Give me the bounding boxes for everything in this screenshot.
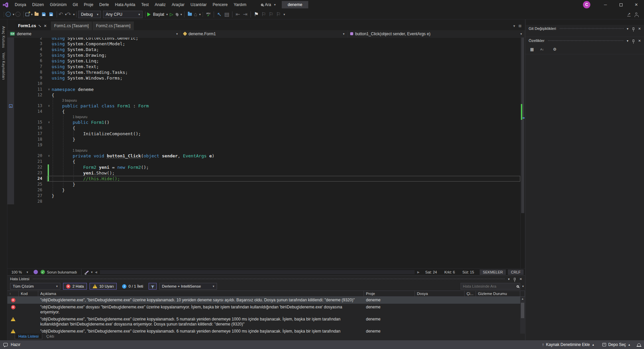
search-control[interactable]: Ara ▾ bbox=[258, 1, 278, 8]
navigate-back-button[interactable]: ←▾ bbox=[6, 11, 14, 18]
menu-item-git[interactable]: Git bbox=[70, 1, 81, 9]
close-button[interactable]: ✕ bbox=[629, 0, 644, 9]
menu-item-düzen[interactable]: Düzen bbox=[29, 1, 47, 9]
hot-reload-button[interactable]: ▾ bbox=[175, 11, 182, 18]
window-position-chevron[interactable]: ▾ bbox=[627, 39, 629, 43]
caret-char-indicator[interactable]: Krkt: 6 bbox=[441, 270, 459, 274]
document-health-icon[interactable] bbox=[34, 270, 38, 274]
column-header-a-klama[interactable]: Açıklama bbox=[38, 291, 364, 296]
previous-bookmark-button[interactable]: ⚐ bbox=[260, 11, 267, 18]
next-bookmark-button[interactable]: ⚐ bbox=[267, 11, 275, 18]
breadcrumb-project[interactable]: C# deneme ▾ bbox=[7, 30, 181, 37]
error-search-box[interactable]: ▾ bbox=[461, 283, 520, 290]
column-header-gizleme-durumu[interactable]: Gizleme Durumu bbox=[476, 291, 520, 296]
tab-form2-cs-tasar-m-[interactable]: Form2.cs [Tasarım] bbox=[93, 21, 134, 30]
feedback-icon[interactable] bbox=[3, 343, 8, 346]
menu-item-yardım[interactable]: Yardım bbox=[231, 1, 250, 9]
float-window-icon[interactable]: ⊞ bbox=[519, 24, 522, 28]
code-editor[interactable]: 2using System.Collections.Generic;3using… bbox=[7, 38, 525, 268]
menu-item-hata-ayıkla[interactable]: Hata Ayıkla bbox=[112, 1, 138, 9]
zoom-dropdown[interactable]: 100 %▾ bbox=[9, 270, 31, 274]
tabs-mode-indicator[interactable]: SEKMELER bbox=[480, 269, 506, 275]
clear-bookmarks-button[interactable]: ⚐ bbox=[275, 11, 282, 18]
scroll-left-arrow[interactable]: ◀ bbox=[93, 270, 99, 274]
window-position-chevron[interactable]: ▾ bbox=[508, 277, 510, 281]
solution-platform-dropdown[interactable]: Any CPU▾ bbox=[103, 11, 143, 18]
toggle-bookmark-button[interactable]: ⚑ bbox=[253, 11, 260, 18]
line-glyph-icon[interactable]: ↥ bbox=[9, 104, 12, 108]
menu-item-test[interactable]: Test bbox=[138, 1, 152, 9]
codelens-references-link[interactable]: 1 başvuru bbox=[52, 148, 87, 153]
undo-button[interactable]: ↶▾ bbox=[59, 11, 67, 18]
redo-button[interactable]: ↷▾ bbox=[66, 11, 74, 18]
property-pages-icon[interactable]: ⚙ bbox=[551, 46, 558, 53]
select-repository-button[interactable]: Depo Seç ▲ bbox=[598, 340, 635, 349]
code-cleanup-button[interactable]: ▾ bbox=[86, 268, 93, 276]
categorized-view-icon[interactable]: ▦ bbox=[529, 46, 535, 53]
menu-item-analiz[interactable]: Analiz bbox=[152, 1, 169, 9]
menu-item-uzantılar[interactable]: Uzantılar bbox=[187, 1, 210, 9]
filter-button[interactable] bbox=[149, 283, 157, 290]
live-share-button[interactable] bbox=[633, 11, 640, 18]
decrease-indent-button[interactable]: ⇤ bbox=[234, 11, 241, 18]
column-header--i-[interactable]: Çi... bbox=[465, 291, 476, 296]
restore-button[interactable] bbox=[613, 0, 629, 9]
fold-marker[interactable]: ∨ bbox=[46, 119, 52, 125]
active-files-chevron[interactable]: ▾ bbox=[513, 24, 515, 28]
bottom-tab--kt-[interactable]: Çıktı bbox=[43, 334, 58, 339]
alphabetical-sort-icon[interactable]: A↓ bbox=[539, 46, 545, 53]
start-without-debug-button[interactable]: ▷ bbox=[168, 11, 175, 18]
solution-configuration-dropdown[interactable]: Debug▾ bbox=[78, 11, 101, 18]
error-list-row[interactable]: "obj\Debug\deneme.exe", "bin\Debug\denem… bbox=[7, 316, 525, 328]
menu-item-pencere[interactable]: Pencere bbox=[210, 1, 231, 9]
fold-marker[interactable]: ∨ bbox=[46, 87, 52, 92]
start-debug-button[interactable]: Başlat▾ bbox=[147, 11, 168, 18]
error-list-row[interactable]: ✕"obj\Debug\deneme.exe" dosyası "bin\Deb… bbox=[7, 304, 525, 316]
increase-indent-button[interactable]: ⇥ bbox=[241, 11, 249, 18]
caret-column-indicator[interactable]: Süt: 15 bbox=[459, 270, 478, 274]
line-ending-indicator[interactable]: CRLF bbox=[508, 269, 524, 275]
solution-name-badge[interactable]: deneme bbox=[282, 1, 308, 8]
error-scope-dropdown[interactable]: Tüm Çözüm▾ bbox=[10, 283, 60, 290]
breadcrumb-type[interactable]: deneme.Form1 ▾ bbox=[181, 30, 347, 37]
navigate-forward-button[interactable]: → bbox=[14, 11, 22, 18]
scroll-right-arrow[interactable]: ▶ bbox=[415, 270, 422, 274]
codelens-references-link[interactable]: 3 başvuru bbox=[52, 98, 77, 103]
pin-icon[interactable] bbox=[633, 28, 634, 30]
window-position-chevron[interactable]: ▾ bbox=[627, 27, 629, 31]
toolbar-grip[interactable] bbox=[202, 12, 203, 17]
save-all-button[interactable] bbox=[48, 11, 55, 18]
close-panel-icon[interactable]: ✕ bbox=[638, 39, 641, 43]
add-to-source-control-button[interactable]: ↑ Kaynak Denetimine Ekle ▲ bbox=[538, 340, 599, 349]
panel-drag-grip[interactable] bbox=[548, 40, 623, 42]
properties-panel-header[interactable]: Özellikler ▾ ✕ bbox=[526, 37, 644, 44]
toolbar-overflow-chevron[interactable]: ▾ bbox=[283, 13, 285, 16]
fold-marker[interactable]: ∨ bbox=[46, 103, 52, 109]
tab-form1-cs-tasar-m-[interactable]: Form1.cs [Tasarım] bbox=[51, 21, 92, 30]
menu-item-dosya[interactable]: Dosya bbox=[12, 1, 29, 9]
warnings-filter-button[interactable]: 10 Uyarı bbox=[90, 283, 117, 290]
pin-icon[interactable] bbox=[633, 40, 634, 42]
messages-filter-button[interactable]: i0 / 1 İleti bbox=[119, 283, 146, 290]
share-button[interactable]: ↗ bbox=[625, 11, 633, 18]
open-file-button[interactable] bbox=[33, 11, 40, 18]
editor-horizontal-scrollbar[interactable] bbox=[100, 270, 415, 274]
scrollbar-thumb[interactable] bbox=[521, 38, 524, 213]
close-panel-icon[interactable]: ✕ bbox=[520, 277, 522, 281]
close-panel-icon[interactable]: ✕ bbox=[638, 27, 641, 31]
window-layout-button[interactable]: ⌂▾ bbox=[194, 11, 201, 18]
git-changes-panel-header[interactable]: Git Değişiklikleri ▾ ✕ bbox=[526, 25, 644, 32]
breadcrumb-member[interactable]: button1_Click(object sender, EventArgs e… bbox=[347, 30, 525, 37]
tab-form1-cs[interactable]: Form1.cs⊶✕ bbox=[15, 21, 50, 30]
error-list-row[interactable]: ✕"obj\Debug\deneme.exe", "bin\Debug\dene… bbox=[7, 297, 525, 304]
fold-marker[interactable]: ∨ bbox=[46, 153, 52, 159]
caret-line-indicator[interactable]: Sat: 24 bbox=[422, 270, 441, 274]
new-project-button[interactable]: ▾ bbox=[25, 11, 33, 18]
bottom-tab-hata-listesi[interactable]: Hata Listesi bbox=[15, 334, 42, 339]
column-header-dosya[interactable]: Dosya bbox=[415, 291, 465, 296]
column-header-kod[interactable]: Kod bbox=[19, 291, 38, 296]
error-list-scrollbar[interactable]: ▲ bbox=[520, 297, 525, 334]
find-in-files-button[interactable] bbox=[186, 11, 194, 18]
pin-icon[interactable]: ⊶ bbox=[38, 23, 42, 28]
account-avatar[interactable]: C bbox=[583, 1, 590, 8]
